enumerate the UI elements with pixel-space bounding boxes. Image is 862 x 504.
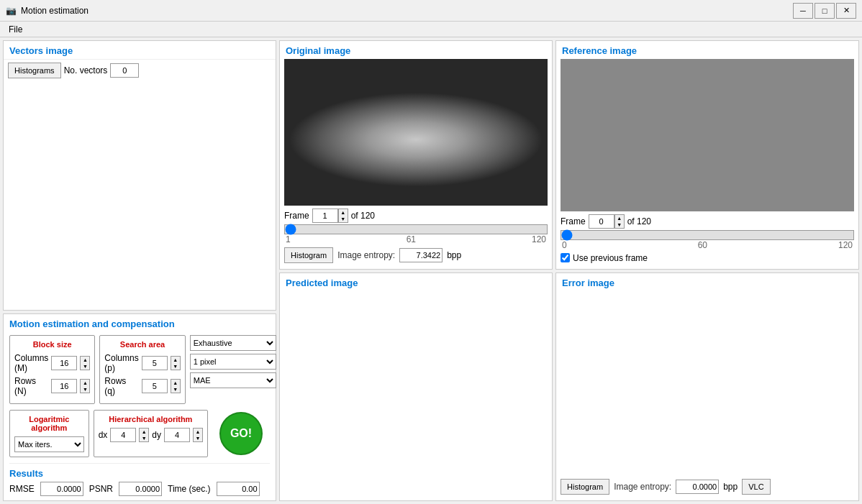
search-area-rows-down[interactable]: ▼ [171, 386, 180, 393]
block-size-columns-down[interactable]: ▼ [81, 363, 89, 370]
error-image-title: Error image [556, 273, 858, 291]
original-frame-up[interactable]: ▲ [339, 209, 348, 216]
reference-slider-mid: 60 [698, 240, 707, 250]
predicted-image-content [280, 291, 552, 501]
hierarchical-dy-spinner: ▲ ▼ [193, 428, 203, 442]
title-bar-controls: ─ □ ✕ [793, 3, 856, 19]
block-size-rows-input[interactable] [51, 379, 77, 393]
hierarchical-dx-spinner: ▲ ▼ [139, 428, 149, 442]
use-previous-frame-row: Use previous frame [561, 252, 854, 265]
reference-frame-spinner-btns: ▲ ▼ [614, 214, 625, 229]
go-button-container: GO! [212, 410, 270, 457]
reference-frame-input[interactable] [589, 214, 614, 229]
original-histogram-button[interactable]: Histogram [284, 247, 333, 263]
original-entropy-value[interactable] [399, 248, 443, 262]
no-vectors-value[interactable] [110, 63, 139, 78]
vlc-button[interactable]: VLC [742, 479, 770, 495]
search-area-rows-row: Rows (q) ▲ ▼ [104, 376, 180, 396]
search-area-columns-input[interactable] [142, 356, 168, 370]
hierarchical-dy-label: dy [152, 430, 161, 440]
me-bottom-row: Logaritmic algorithm Max iters. Fixed it… [9, 410, 270, 457]
search-area-rows-up[interactable]: ▲ [171, 380, 180, 386]
title-bar: 📷 Motion estimation ─ □ ✕ [0, 0, 862, 22]
original-frame-label: Frame [284, 211, 309, 221]
use-previous-frame-checkbox[interactable] [561, 253, 570, 262]
block-size-columns-input[interactable] [51, 356, 77, 370]
reference-frame-down[interactable]: ▼ [615, 221, 624, 228]
original-frame-down[interactable]: ▼ [339, 216, 348, 222]
app-title: Motion estimation [21, 6, 89, 16]
original-frame-spinner-btns: ▲ ▼ [338, 209, 348, 223]
original-slider-mid: 61 [407, 234, 416, 244]
time-label: Time (sec.) [168, 484, 211, 494]
search-area-rows-input[interactable] [142, 379, 168, 393]
vectors-image-panel: Vectors image Histograms No. vectors [3, 40, 276, 311]
results-title: Results [9, 468, 270, 479]
search-area-columns-spinner: ▲ ▼ [171, 356, 181, 370]
hierarchical-dy-input[interactable] [164, 428, 190, 442]
block-size-rows-label: Rows (N) [14, 376, 48, 396]
block-size-columns-label: Columns (M) [14, 353, 48, 373]
file-menu[interactable]: File [3, 23, 28, 36]
error-image-content: Histogram Image entropy: bpp VLC [556, 291, 858, 501]
reference-image-sim [561, 59, 854, 211]
block-size-rows-up[interactable]: ▲ [81, 380, 89, 386]
hierarchical-dx-input[interactable] [110, 428, 136, 442]
error-bottom-controls: Histogram Image entropy: bpp VLC [561, 477, 854, 496]
search-area-columns-down[interactable]: ▼ [171, 363, 180, 370]
reference-image-display [561, 59, 854, 211]
hierarchical-algo-title: Hierarchical algorithm [99, 415, 203, 423]
search-area-columns-label: Columns (p) [104, 353, 138, 373]
pixel-dropdown[interactable]: 1 pixel Half pixel Quarter pixel [190, 354, 276, 370]
original-slider-min: 1 [286, 234, 291, 244]
minimize-button[interactable]: ─ [793, 3, 813, 19]
original-frame-input[interactable] [312, 209, 338, 223]
histograms-button[interactable]: Histograms [8, 63, 61, 78]
error-image-panel: Error image Histogram Image entropy: bpp… [555, 272, 859, 502]
error-entropy-value[interactable] [676, 480, 719, 494]
close-button[interactable]: ✕ [836, 3, 856, 19]
reference-slider-labels: 0 60 120 [561, 240, 854, 250]
original-frame-slider[interactable] [284, 224, 548, 234]
use-previous-frame-label: Use previous frame [573, 253, 648, 263]
search-area-columns-up[interactable]: ▲ [171, 357, 180, 363]
results-section: Results RMSE PSNR Time (sec.) [9, 463, 270, 496]
block-size-columns-row: Columns (M) ▲ ▼ [14, 353, 90, 373]
main-content: Original image Frame ▲ ▼ of 120 [0, 37, 862, 504]
no-vectors-label: No. vectors [64, 65, 108, 75]
maximize-button[interactable]: □ [815, 3, 835, 19]
right-panel: Vectors image Histograms No. vectors Mot… [3, 40, 276, 501]
error-histogram-button[interactable]: Histogram [561, 479, 609, 495]
reference-frame-slider[interactable] [561, 230, 854, 240]
rmse-label: RMSE [9, 484, 35, 494]
reference-frame-spinner: ▲ ▼ [589, 214, 625, 229]
original-frame-spinner: ▲ ▼ [312, 209, 348, 223]
time-value[interactable] [217, 482, 260, 496]
block-size-box: Block size Columns (M) ▲ ▼ Rows (N) [9, 335, 95, 404]
logarithmic-dropdown[interactable]: Max iters. Fixed iters. [14, 436, 84, 452]
error-entropy-label: Image entropy: [614, 482, 671, 492]
hierarchical-dx-down[interactable]: ▼ [140, 435, 148, 441]
exhaustive-dropdown[interactable]: Exhaustive Logarithmic Hierarchical [190, 335, 276, 351]
reference-frame-controls: Frame ▲ ▼ of 120 [561, 211, 854, 230]
block-size-title: Block size [14, 340, 90, 349]
psnr-value[interactable] [119, 482, 162, 496]
search-area-title: Search area [104, 340, 180, 349]
hierarchical-algo-row: dx ▲ ▼ dy ▲ ▼ [99, 428, 203, 442]
block-size-columns-spinner: ▲ ▼ [80, 356, 90, 370]
block-size-columns-up[interactable]: ▲ [81, 357, 89, 363]
hierarchical-dy-down[interactable]: ▼ [194, 435, 202, 441]
me-top-row: Block size Columns (M) ▲ ▼ Rows (N) [9, 335, 270, 404]
reference-image-panel: Reference image Frame ▲ ▼ of 120 [555, 40, 859, 270]
vectors-bottom-controls: Histograms No. vectors [4, 59, 276, 81]
predicted-image-panel: Predicted image [279, 272, 553, 502]
go-button[interactable]: GO! [219, 412, 263, 455]
rmse-value[interactable] [40, 482, 83, 496]
hierarchical-dx-up[interactable]: ▲ [140, 429, 148, 435]
reference-frame-up[interactable]: ▲ [615, 215, 624, 221]
hierarchical-dy-up[interactable]: ▲ [194, 429, 202, 435]
metric-dropdown[interactable]: MAE MSE SAD [190, 372, 276, 388]
search-area-columns-row: Columns (p) ▲ ▼ [104, 353, 180, 373]
reference-image-content: Frame ▲ ▼ of 120 0 60 120 [556, 59, 858, 269]
block-size-rows-down[interactable]: ▼ [81, 386, 89, 393]
